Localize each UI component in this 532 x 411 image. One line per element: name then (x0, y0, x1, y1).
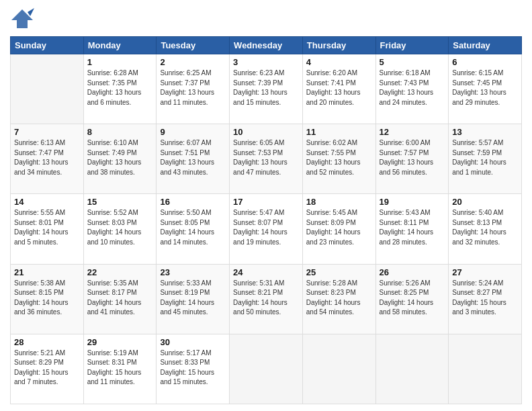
col-wednesday: Wednesday (230, 37, 303, 54)
week-row-3: 14Sunrise: 5:55 AM Sunset: 8:01 PM Dayli… (11, 194, 522, 264)
day-cell: 23Sunrise: 5:33 AM Sunset: 8:19 PM Dayli… (157, 264, 230, 334)
day-number: 2 (160, 57, 226, 67)
day-cell: 11Sunrise: 6:02 AM Sunset: 7:55 PM Dayli… (302, 124, 375, 194)
day-cell (449, 334, 522, 404)
day-cell: 22Sunrise: 5:35 AM Sunset: 8:17 PM Dayli… (83, 264, 157, 334)
day-info: Sunrise: 5:26 AM Sunset: 8:25 PM Dayligh… (380, 279, 445, 318)
day-info: Sunrise: 5:35 AM Sunset: 8:17 PM Dayligh… (87, 279, 153, 318)
day-info: Sunrise: 5:52 AM Sunset: 8:03 PM Dayligh… (87, 208, 153, 247)
day-number: 22 (87, 267, 153, 277)
day-info: Sunrise: 6:02 AM Sunset: 7:55 PM Dayligh… (306, 138, 372, 177)
header-row: Sunday Monday Tuesday Wednesday Thursday… (11, 37, 522, 54)
day-number: 10 (233, 127, 299, 137)
day-info: Sunrise: 5:47 AM Sunset: 8:07 PM Dayligh… (233, 208, 299, 247)
day-info: Sunrise: 5:33 AM Sunset: 8:19 PM Dayligh… (160, 279, 226, 318)
page: Sunday Monday Tuesday Wednesday Thursday… (0, 0, 532, 411)
logo-icon (10, 7, 34, 31)
day-cell: 10Sunrise: 6:05 AM Sunset: 7:53 PM Dayli… (230, 124, 303, 194)
day-number: 6 (452, 57, 518, 67)
day-info: Sunrise: 6:07 AM Sunset: 7:51 PM Dayligh… (160, 138, 226, 177)
day-info: Sunrise: 6:23 AM Sunset: 7:39 PM Dayligh… (233, 68, 299, 107)
col-friday: Friday (375, 37, 449, 54)
col-sunday: Sunday (11, 37, 84, 54)
day-number: 29 (87, 337, 153, 347)
col-thursday: Thursday (302, 37, 375, 54)
day-cell: 1Sunrise: 6:28 AM Sunset: 7:35 PM Daylig… (83, 54, 157, 124)
day-cell: 17Sunrise: 5:47 AM Sunset: 8:07 PM Dayli… (230, 194, 303, 264)
day-cell: 5Sunrise: 6:18 AM Sunset: 7:43 PM Daylig… (375, 54, 449, 124)
day-info: Sunrise: 5:38 AM Sunset: 8:15 PM Dayligh… (14, 279, 80, 318)
day-info: Sunrise: 6:15 AM Sunset: 7:45 PM Dayligh… (452, 68, 518, 107)
week-row-5: 28Sunrise: 5:21 AM Sunset: 8:29 PM Dayli… (11, 334, 522, 404)
day-cell: 26Sunrise: 5:26 AM Sunset: 8:25 PM Dayli… (375, 264, 449, 334)
col-monday: Monday (83, 37, 157, 54)
day-number: 28 (14, 337, 80, 347)
day-cell: 18Sunrise: 5:45 AM Sunset: 8:09 PM Dayli… (302, 194, 375, 264)
day-number: 18 (306, 197, 372, 207)
day-info: Sunrise: 5:19 AM Sunset: 8:31 PM Dayligh… (87, 349, 153, 387)
day-number: 15 (87, 197, 153, 207)
header (10, 7, 522, 31)
day-info: Sunrise: 5:40 AM Sunset: 8:13 PM Dayligh… (452, 208, 518, 247)
week-row-4: 21Sunrise: 5:38 AM Sunset: 8:15 PM Dayli… (11, 264, 522, 334)
svg-marker-1 (28, 8, 34, 16)
day-info: Sunrise: 5:24 AM Sunset: 8:27 PM Dayligh… (452, 279, 518, 318)
day-number: 7 (14, 127, 80, 137)
day-info: Sunrise: 5:57 AM Sunset: 7:59 PM Dayligh… (452, 138, 518, 177)
week-row-2: 7Sunrise: 6:13 AM Sunset: 7:47 PM Daylig… (11, 124, 522, 194)
day-cell: 19Sunrise: 5:43 AM Sunset: 8:11 PM Dayli… (375, 194, 449, 264)
col-saturday: Saturday (449, 37, 522, 54)
day-cell: 6Sunrise: 6:15 AM Sunset: 7:45 PM Daylig… (449, 54, 522, 124)
day-number: 1 (87, 57, 153, 67)
day-info: Sunrise: 6:20 AM Sunset: 7:41 PM Dayligh… (306, 68, 372, 107)
day-number: 16 (160, 197, 226, 207)
day-number: 27 (452, 267, 518, 277)
day-cell: 3Sunrise: 6:23 AM Sunset: 7:39 PM Daylig… (230, 54, 303, 124)
day-info: Sunrise: 5:17 AM Sunset: 8:33 PM Dayligh… (160, 349, 226, 387)
day-info: Sunrise: 6:05 AM Sunset: 7:53 PM Dayligh… (233, 138, 299, 177)
day-number: 13 (452, 127, 518, 137)
day-info: Sunrise: 5:31 AM Sunset: 8:21 PM Dayligh… (233, 279, 299, 318)
day-info: Sunrise: 6:18 AM Sunset: 7:43 PM Dayligh… (380, 68, 445, 107)
day-number: 21 (14, 267, 80, 277)
day-cell: 25Sunrise: 5:28 AM Sunset: 8:23 PM Dayli… (302, 264, 375, 334)
day-cell: 20Sunrise: 5:40 AM Sunset: 8:13 PM Dayli… (449, 194, 522, 264)
day-number: 25 (306, 267, 372, 277)
day-info: Sunrise: 6:13 AM Sunset: 7:47 PM Dayligh… (14, 138, 80, 177)
day-number: 3 (233, 57, 299, 67)
day-cell (302, 334, 375, 404)
logo (10, 7, 37, 31)
day-number: 26 (380, 267, 445, 277)
day-cell (375, 334, 449, 404)
day-cell: 29Sunrise: 5:19 AM Sunset: 8:31 PM Dayli… (83, 334, 157, 404)
day-cell: 2Sunrise: 6:25 AM Sunset: 7:37 PM Daylig… (157, 54, 230, 124)
day-number: 23 (160, 267, 226, 277)
day-info: Sunrise: 6:10 AM Sunset: 7:49 PM Dayligh… (87, 138, 153, 177)
day-number: 20 (452, 197, 518, 207)
day-cell: 27Sunrise: 5:24 AM Sunset: 8:27 PM Dayli… (449, 264, 522, 334)
day-cell: 13Sunrise: 5:57 AM Sunset: 7:59 PM Dayli… (449, 124, 522, 194)
day-cell: 14Sunrise: 5:55 AM Sunset: 8:01 PM Dayli… (11, 194, 84, 264)
day-info: Sunrise: 5:55 AM Sunset: 8:01 PM Dayligh… (14, 208, 80, 247)
day-number: 30 (160, 337, 226, 347)
day-cell: 16Sunrise: 5:50 AM Sunset: 8:05 PM Dayli… (157, 194, 230, 264)
day-cell: 28Sunrise: 5:21 AM Sunset: 8:29 PM Dayli… (11, 334, 84, 404)
day-cell: 7Sunrise: 6:13 AM Sunset: 7:47 PM Daylig… (11, 124, 84, 194)
day-cell: 24Sunrise: 5:31 AM Sunset: 8:21 PM Dayli… (230, 264, 303, 334)
day-info: Sunrise: 5:43 AM Sunset: 8:11 PM Dayligh… (380, 208, 445, 247)
day-info: Sunrise: 6:28 AM Sunset: 7:35 PM Dayligh… (87, 68, 153, 107)
day-number: 24 (233, 267, 299, 277)
day-info: Sunrise: 5:28 AM Sunset: 8:23 PM Dayligh… (306, 279, 372, 318)
day-info: Sunrise: 6:25 AM Sunset: 7:37 PM Dayligh… (160, 68, 226, 107)
day-cell (11, 54, 84, 124)
day-cell: 21Sunrise: 5:38 AM Sunset: 8:15 PM Dayli… (11, 264, 84, 334)
day-cell: 8Sunrise: 6:10 AM Sunset: 7:49 PM Daylig… (83, 124, 157, 194)
day-cell: 4Sunrise: 6:20 AM Sunset: 7:41 PM Daylig… (302, 54, 375, 124)
day-info: Sunrise: 5:21 AM Sunset: 8:29 PM Dayligh… (14, 349, 80, 387)
day-number: 8 (87, 127, 153, 137)
day-cell (230, 334, 303, 404)
col-tuesday: Tuesday (157, 37, 230, 54)
day-number: 9 (160, 127, 226, 137)
day-number: 11 (306, 127, 372, 137)
day-cell: 9Sunrise: 6:07 AM Sunset: 7:51 PM Daylig… (157, 124, 230, 194)
